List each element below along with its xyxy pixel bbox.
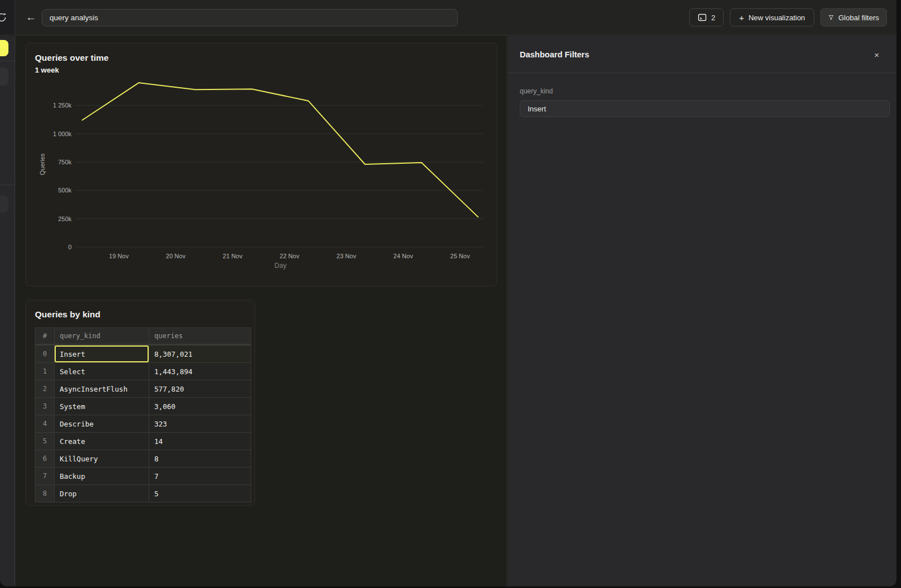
filters-panel-header: Dashboard Filters × bbox=[508, 36, 896, 73]
x-axis-tick-label: 19 Nov bbox=[109, 253, 129, 259]
table-cell-r1-query_kind[interactable]: Select bbox=[55, 363, 149, 380]
table-header-index: # bbox=[35, 328, 54, 344]
app-window: ← 2 + New visualization Global filters bbox=[0, 0, 896, 586]
table-cell-r3-index: 3 bbox=[35, 398, 54, 415]
sidebar-divider bbox=[0, 61, 15, 61]
table-cell-r3-query_kind[interactable]: System bbox=[55, 398, 149, 415]
left-sidebar-rail bbox=[0, 36, 15, 586]
table-cell-r2-index: 2 bbox=[35, 380, 54, 397]
table-cell-r7-queries[interactable]: 7 bbox=[149, 468, 251, 484]
table-cell-r3-queries[interactable]: 3,060 bbox=[149, 398, 251, 415]
table-cell-r1-index: 1 bbox=[35, 363, 54, 380]
sidebar-divider bbox=[0, 185, 15, 185]
x-axis-tick-label: 24 Nov bbox=[394, 253, 413, 259]
table-cell-r4-queries[interactable]: 323 bbox=[149, 415, 251, 432]
back-button[interactable]: ← bbox=[23, 9, 39, 26]
y-axis-title: Queries bbox=[39, 153, 46, 175]
console-icon bbox=[698, 13, 707, 22]
topbar: ← 2 + New visualization Global filters bbox=[0, 0, 896, 35]
y-axis-tick-label: 0 bbox=[68, 244, 72, 250]
console-count: 2 bbox=[711, 14, 715, 22]
y-axis-tick-label: 1 250k bbox=[53, 102, 72, 109]
x-axis-tick-label: 20 Nov bbox=[166, 253, 186, 259]
table-cell-r4-query_kind[interactable]: Describe bbox=[55, 415, 149, 432]
queries-by-kind-table: #query_kindqueries0Insert8,307,0211Selec… bbox=[35, 327, 251, 502]
topbar-actions: 2 + New visualization Global filters bbox=[689, 8, 887, 26]
x-axis-tick-label: 25 Nov bbox=[450, 253, 470, 259]
x-axis-tick-label: 23 Nov bbox=[337, 253, 356, 259]
close-icon[interactable]: × bbox=[871, 48, 883, 61]
table-cell-r6-query_kind[interactable]: KillQuery bbox=[55, 450, 149, 467]
filters-panel-body: query_kind bbox=[508, 73, 896, 117]
new-visualization-button[interactable]: + New visualization bbox=[730, 8, 814, 26]
table-cell-r8-query_kind[interactable]: Drop bbox=[55, 485, 149, 502]
new-visualization-label: New visualization bbox=[748, 14, 805, 22]
query-kind-filter-input[interactable] bbox=[520, 100, 890, 117]
table-cell-r1-queries[interactable]: 1,443,894 bbox=[149, 363, 251, 380]
table-cell-r5-index: 5 bbox=[35, 433, 54, 450]
table-titles: Queries by kind bbox=[35, 309, 100, 320]
sidebar-item[interactable] bbox=[0, 68, 8, 86]
queries-by-kind-card: Queries by kind #query_kindqueries0Inser… bbox=[25, 300, 255, 506]
sidebar-item-active[interactable] bbox=[0, 40, 8, 56]
x-axis-tick-label: 21 Nov bbox=[223, 253, 243, 259]
queries-over-time-card: Queries over time 1 week 0250k500k750k1 … bbox=[25, 43, 497, 286]
table-cell-r0-query_kind[interactable]: Insert bbox=[55, 345, 149, 362]
y-axis-tick-label: 250k bbox=[58, 216, 72, 222]
table-cell-r2-queries[interactable]: 577,820 bbox=[149, 380, 251, 397]
table-cell-r8-index: 8 bbox=[35, 485, 54, 502]
funnel-icon bbox=[828, 14, 834, 21]
table-cell-r6-index: 6 bbox=[35, 450, 54, 467]
table-cell-r7-index: 7 bbox=[35, 468, 54, 484]
sql-console-button[interactable]: 2 bbox=[689, 8, 724, 26]
y-axis-tick-label: 1 000k bbox=[53, 131, 72, 137]
sidebar-item[interactable] bbox=[0, 195, 8, 213]
dashboard-canvas: Queries over time 1 week 0250k500k750k1 … bbox=[16, 36, 507, 586]
plus-icon: + bbox=[739, 13, 744, 23]
filter-field-label: query_kind bbox=[520, 87, 885, 95]
queries-line-chart[interactable]: 0250k500k750k1 000k1 250k19 Nov20 Nov21 … bbox=[26, 43, 498, 287]
global-filters-label: Global filters bbox=[838, 14, 879, 22]
x-axis-title: Day bbox=[274, 262, 286, 270]
table-cell-r0-queries[interactable]: 8,307,021 bbox=[149, 345, 251, 362]
dashboard-filters-panel: Dashboard Filters × query_kind bbox=[508, 36, 896, 586]
table-cell-r7-query_kind[interactable]: Backup bbox=[55, 468, 149, 484]
queries-series-line bbox=[82, 83, 478, 217]
table-cell-r8-queries[interactable]: 5 bbox=[149, 485, 251, 502]
table-header-queries: queries bbox=[149, 328, 251, 344]
table-header-query_kind: query_kind bbox=[55, 328, 149, 344]
filters-panel-title: Dashboard Filters bbox=[520, 50, 589, 59]
table-cell-r0-index: 0 bbox=[35, 345, 54, 362]
topbar-rail bbox=[0, 0, 15, 35]
table-cell-r2-query_kind[interactable]: AsyncInsertFlush bbox=[55, 380, 149, 397]
table-cell-r4-index: 4 bbox=[35, 415, 54, 432]
y-axis-tick-label: 750k bbox=[58, 159, 72, 165]
y-axis-tick-label: 500k bbox=[58, 187, 72, 194]
table-cell-r6-queries[interactable]: 8 bbox=[149, 450, 251, 467]
refresh-icon[interactable] bbox=[0, 12, 7, 23]
table-title: Queries by kind bbox=[35, 309, 100, 320]
table-cell-r5-query_kind[interactable]: Create bbox=[55, 433, 149, 450]
x-axis-tick-label: 22 Nov bbox=[280, 253, 300, 259]
global-filters-button[interactable]: Global filters bbox=[820, 8, 887, 26]
table-cell-r5-queries[interactable]: 14 bbox=[149, 433, 251, 450]
dashboard-title-input[interactable] bbox=[42, 9, 458, 26]
